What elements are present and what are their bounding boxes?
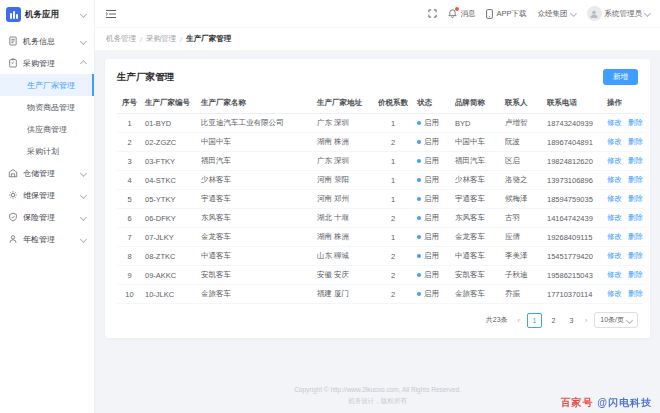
delete-link[interactable]: 删除 <box>628 232 643 241</box>
edit-link[interactable]: 修改 <box>607 251 622 260</box>
page-size-select[interactable]: 10条/页 <box>594 312 638 328</box>
cell-phone: 18967404891 <box>544 133 604 152</box>
topbar-right: 消息 APP下载 众经集团 系统管理员 <box>428 6 650 21</box>
sidebar-item-4[interactable]: 维保管理 <box>0 184 94 206</box>
status-badge: 启用 <box>417 194 439 204</box>
status-badge: 启用 <box>417 232 439 242</box>
cell-coefficient: 1 <box>372 114 414 133</box>
delete-link[interactable]: 删除 <box>628 175 643 184</box>
cell-brand: BYD <box>452 114 502 133</box>
sidebar-subitem[interactable]: 采购计划 <box>0 140 94 162</box>
table-row: 909-AKKC安凯客车安徽 安庆2启用安凯客车子秋迪19586215043修改… <box>117 266 644 285</box>
cell-coefficient: 2 <box>372 247 414 266</box>
cell-actions: 修改删除 <box>604 114 644 133</box>
breadcrumb: 机务管理/采购管理/生产厂家管理 <box>95 27 660 50</box>
copyright-line: Copyright © http://www.2lkucoo.com, All … <box>95 384 660 396</box>
prev-page-button[interactable]: ‹ <box>516 317 522 324</box>
cell-actions: 修改删除 <box>604 171 644 190</box>
page-number-button[interactable]: 2 <box>547 314 560 327</box>
cell-actions: 修改删除 <box>604 133 644 152</box>
manufacturer-table: 序号生产厂家编号生产厂家名称生产厂家地址价税系数状态品牌简称联系人联系电话操作 … <box>117 93 644 304</box>
column-header: 生产厂家名称 <box>198 93 314 114</box>
edit-link[interactable]: 修改 <box>607 175 622 184</box>
user-dropdown[interactable]: 系统管理员 <box>587 6 651 21</box>
card-header: 生产厂家管理 新增 <box>117 69 638 85</box>
page-number-button[interactable]: 1 <box>527 313 542 328</box>
cell-phone: 18743240939 <box>544 114 604 133</box>
status-dot-icon <box>417 273 421 277</box>
column-header: 操作 <box>604 93 644 114</box>
cell-actions: 修改删除 <box>604 247 644 266</box>
delete-link[interactable]: 删除 <box>628 251 643 260</box>
delete-link[interactable]: 删除 <box>628 194 643 203</box>
doc-icon <box>8 36 18 46</box>
bell-icon <box>448 9 457 18</box>
sidebar-subitem-label: 供应商管理 <box>27 124 67 135</box>
table-row: 404-STKC少林客车河南 荥阳1启用少林客车洛骆之13973106896修改… <box>117 171 644 190</box>
org-dropdown[interactable]: 众经集团 <box>538 9 576 19</box>
delete-link[interactable]: 删除 <box>628 289 643 298</box>
sidebar-item-1[interactable]: 机务信息 <box>0 30 94 52</box>
cell-address: 河南 荥阳 <box>314 171 372 190</box>
app-logo-row[interactable]: 机务应用 <box>0 0 94 30</box>
sidebar-subitem[interactable]: 物资商品管理 <box>0 96 94 118</box>
cell-coefficient: 2 <box>372 209 414 228</box>
sidebar-item-6[interactable]: 年检管理 <box>0 228 94 250</box>
cell-status: 启用 <box>414 228 452 247</box>
cell-code: 01-BYD <box>142 114 198 133</box>
status-dot-icon <box>417 159 421 163</box>
delete-link[interactable]: 删除 <box>628 213 643 222</box>
collapse-sidebar-button[interactable] <box>105 9 117 19</box>
wrench-icon <box>8 190 18 200</box>
delete-link[interactable]: 删除 <box>628 270 643 279</box>
cell-phone: 18594759035 <box>544 190 604 209</box>
phone-icon <box>486 9 493 19</box>
sidebar-item-label: 机务信息 <box>23 36 55 47</box>
messages-button[interactable]: 消息 <box>448 9 475 19</box>
delete-link[interactable]: 删除 <box>628 156 643 165</box>
cell-code: 06-DFKY <box>142 209 198 228</box>
status-label: 启用 <box>424 251 439 261</box>
edit-link[interactable]: 修改 <box>607 118 622 127</box>
edit-link[interactable]: 修改 <box>607 213 622 222</box>
edit-link[interactable]: 修改 <box>607 156 622 165</box>
user-icon <box>8 234 18 244</box>
page-number-button[interactable]: 3 <box>565 314 578 327</box>
sidebar-subitem[interactable]: 供应商管理 <box>0 118 94 140</box>
cell-contact: 候梅泽 <box>502 190 544 209</box>
cell-brand: 中通客车 <box>452 247 502 266</box>
delete-link[interactable]: 删除 <box>628 118 643 127</box>
cell-brand: 东风客车 <box>452 209 502 228</box>
cell-phone: 17710370114 <box>544 285 604 304</box>
cell-brand: 少林客车 <box>452 171 502 190</box>
avatar <box>587 6 602 21</box>
sidebar-item-2[interactable]: 采购管理 <box>0 52 94 74</box>
delete-link[interactable]: 删除 <box>628 137 643 146</box>
cell-coefficient: 1 <box>372 190 414 209</box>
sidebar-item-label: 年检管理 <box>23 234 55 245</box>
breadcrumb-item[interactable]: 采购管理 <box>146 34 176 44</box>
topbar: 消息 APP下载 众经集团 系统管理员 <box>95 0 660 27</box>
fullscreen-button[interactable] <box>428 9 437 18</box>
sidebar-subitem[interactable]: 生产厂家管理 <box>0 74 94 96</box>
edit-link[interactable]: 修改 <box>607 289 622 298</box>
edit-link[interactable]: 修改 <box>607 137 622 146</box>
sidebar-menu: 机务信息采购管理生产厂家管理物资商品管理供应商管理采购计划仓储管理维保管理保险管… <box>0 30 94 413</box>
breadcrumb-item[interactable]: 机务管理 <box>106 34 136 44</box>
cell-code: 04-STKC <box>142 171 198 190</box>
sidebar-item-3[interactable]: 仓储管理 <box>0 162 94 184</box>
sidebar-item-5[interactable]: 保险管理 <box>0 206 94 228</box>
edit-link[interactable]: 修改 <box>607 194 622 203</box>
app-download-button[interactable]: APP下载 <box>486 9 526 19</box>
next-page-button[interactable]: › <box>583 317 589 324</box>
cell-brand: 福田汽车 <box>452 152 502 171</box>
notification-badge <box>455 7 459 11</box>
edit-link[interactable]: 修改 <box>607 270 622 279</box>
edit-link[interactable]: 修改 <box>607 232 622 241</box>
status-badge: 启用 <box>417 118 439 128</box>
cell-coefficient: 2 <box>372 285 414 304</box>
page-size-label: 10条/页 <box>600 315 624 325</box>
status-label: 启用 <box>424 270 439 280</box>
table-row: 606-DFKY东风客车湖北 十堰2启用东风客车古羽14164742439修改删… <box>117 209 644 228</box>
add-button[interactable]: 新增 <box>603 69 638 85</box>
